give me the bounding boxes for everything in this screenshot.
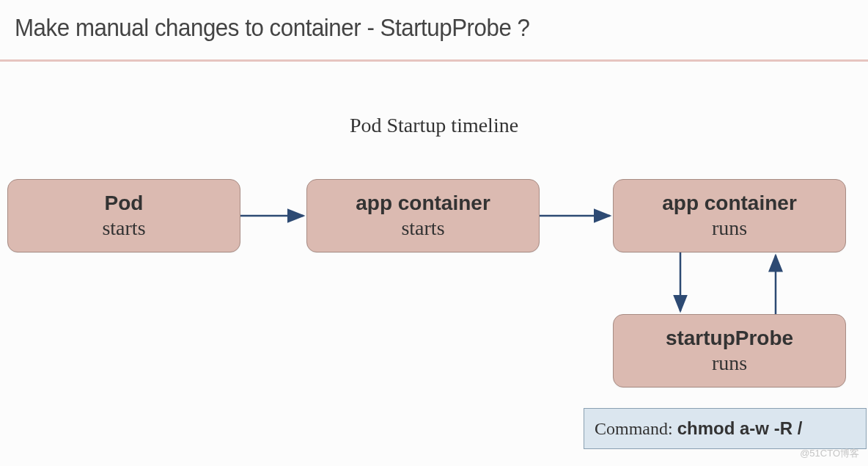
slide-header: Make manual changes to container - Start… bbox=[0, 0, 868, 62]
node-subtitle: starts bbox=[102, 216, 145, 241]
node-subtitle: runs bbox=[712, 216, 747, 241]
node-startup-probe-runs: startupProbe runs bbox=[613, 314, 846, 387]
node-app-container-starts: app container starts bbox=[306, 179, 540, 252]
slide-title: Make manual changes to container - Start… bbox=[15, 13, 786, 42]
node-title: app container bbox=[356, 191, 490, 216]
node-subtitle: starts bbox=[401, 216, 444, 241]
watermark: @51CTO博客 bbox=[800, 447, 859, 460]
node-title: Pod bbox=[105, 191, 144, 216]
command-box: Command: chmod a-w -R / bbox=[584, 408, 867, 449]
node-title: app container bbox=[662, 191, 797, 216]
node-title: startupProbe bbox=[666, 326, 793, 351]
command-value: chmod a-w -R / bbox=[677, 418, 803, 439]
node-subtitle: runs bbox=[712, 351, 747, 376]
command-label: Command: bbox=[595, 419, 673, 439]
node-pod-starts: Pod starts bbox=[7, 179, 240, 252]
diagram-title: Pod Startup timeline bbox=[0, 114, 868, 137]
node-app-container-runs: app container runs bbox=[613, 179, 846, 252]
